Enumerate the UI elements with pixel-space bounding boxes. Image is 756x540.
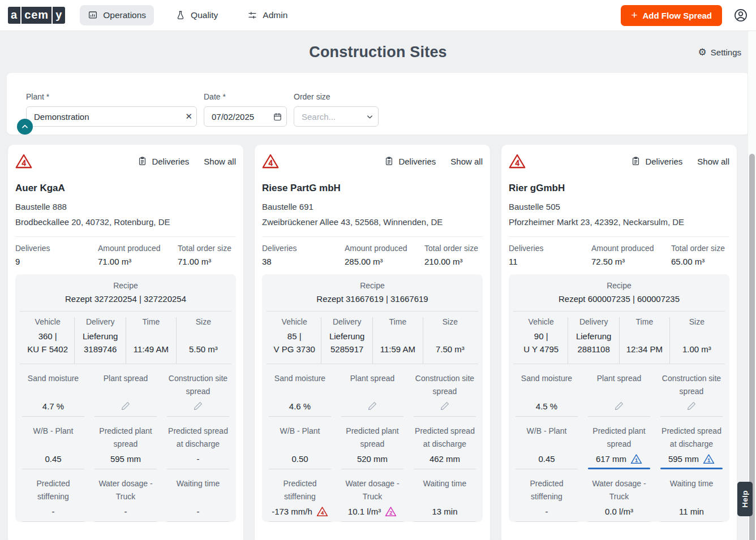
warning-triangle-icon[interactable]: 1	[630, 453, 642, 464]
edit-plant-spread-button[interactable]	[366, 400, 379, 412]
svg-text:4: 4	[22, 159, 26, 167]
edit-plant-spread-button[interactable]	[613, 400, 625, 412]
time-header: Time	[128, 317, 174, 326]
predicted-stiffening-value: -	[545, 507, 548, 516]
site-stats: Deliveries 9 Amount produced 71.00 m³ To…	[15, 237, 236, 274]
date-label: Date *	[204, 92, 287, 101]
add-flow-spread-button[interactable]: + Add Flow Spread	[621, 5, 722, 26]
company-name: Riese PartG mbH	[262, 183, 483, 194]
show-all-link[interactable]: Show all	[450, 157, 483, 166]
delivery-panel: Recipe Rezept 31667619 | 31667619 Vehicl…	[262, 274, 483, 522]
edit-site-spread-button[interactable]	[439, 400, 451, 412]
water-dosage-value: -	[124, 507, 127, 516]
user-account-button[interactable]	[733, 8, 748, 23]
warning-triangle-icon[interactable]: 4	[509, 153, 526, 169]
plant-input[interactable]	[26, 106, 197, 127]
site-stats: Deliveries 38 Amount produced 285.00 m³ …	[262, 237, 483, 274]
predicted-discharge-value: 462 mm	[429, 454, 460, 464]
metric-construction-site-spread: Construction site spread	[166, 372, 230, 417]
vehicle-header: Vehicle	[517, 317, 565, 326]
sand-moisture-value: 4.6 %	[289, 401, 311, 411]
site-card-auer: 4 Deliveries Show all Auer KgaA Baustell…	[8, 145, 243, 540]
show-all-link[interactable]: Show all	[204, 157, 236, 166]
delivery-number: 3189746	[77, 343, 123, 356]
stat-label: Deliveries	[509, 244, 591, 253]
amount-produced: 71.00 m³	[98, 257, 178, 266]
delivery-panel: Recipe Rezept 600007235 | 600007235 Vehi…	[509, 274, 729, 522]
deliveries-link[interactable]: Deliveries	[138, 156, 189, 166]
recipe-label: Recipe	[513, 281, 725, 290]
company-name: Rier gGmbH	[509, 183, 729, 194]
chevron-down-icon[interactable]	[366, 113, 374, 121]
help-tab-button[interactable]: Help	[737, 482, 753, 516]
stat-label: Deliveries	[262, 244, 345, 253]
deliveries-link[interactable]: Deliveries	[384, 156, 436, 166]
site-name: Baustelle 505	[509, 199, 729, 214]
metric-waiting-time: Waiting time 13 min	[413, 477, 477, 522]
warning-triangle-icon[interactable]: 2	[385, 506, 397, 517]
warning-triangle-icon[interactable]: 4	[262, 153, 279, 169]
metric-predicted-spread-discharge: Predicted spread at discharge 595 mm 1	[659, 425, 724, 469]
vehicle-plate: V PG 3730	[270, 343, 319, 356]
stat-label: Amount produced	[98, 244, 178, 253]
pencil-icon	[367, 401, 377, 411]
site-name: Baustelle 691	[262, 199, 483, 214]
show-all-link[interactable]: Show all	[697, 157, 729, 166]
calendar-icon[interactable]	[273, 112, 282, 122]
recipe-label: Recipe	[267, 281, 478, 290]
metric-waiting-time: Waiting time -	[166, 477, 230, 522]
time-header: Time	[622, 317, 667, 326]
page-title: Construction Sites	[309, 44, 447, 61]
recipe-value: Rezept 600007235 | 600007235	[513, 294, 725, 312]
vehicle-plate: KU F 5402	[23, 343, 72, 356]
svg-text:4: 4	[321, 510, 324, 516]
edit-plant-spread-button[interactable]	[119, 400, 132, 412]
nav-tab-quality[interactable]: Quality	[167, 5, 226, 25]
page-header: Construction Sites ⚙ Settings	[0, 31, 756, 73]
delivery-header: Delivery	[324, 317, 370, 326]
pencil-icon	[614, 401, 624, 411]
vehicle-table: Vehicle 85 | V PG 3730 Delivery Lieferun…	[267, 312, 478, 364]
warning-triangle-icon[interactable]: 4	[316, 506, 328, 517]
site-address: Pforzheimer Markt 23, 42392, Neckarsulm,…	[509, 214, 729, 230]
metric-sand-moisture: Sand moisture 4.7 %	[21, 372, 85, 417]
nav-tab-admin[interactable]: Admin	[239, 5, 295, 25]
svg-text:1: 1	[707, 457, 710, 463]
delivery-name: Lieferung	[570, 330, 617, 343]
pencil-icon	[686, 401, 697, 411]
warning-triangle-icon[interactable]: 4	[15, 153, 32, 169]
clear-plant-button[interactable]: ✕	[185, 111, 192, 122]
deliveries-link[interactable]: Deliveries	[631, 156, 682, 166]
edit-site-spread-button[interactable]	[192, 400, 204, 412]
delivery-header: Delivery	[77, 317, 123, 326]
site-address: Brodbeckallee 20, 40732, Rotenburg, DE	[15, 214, 236, 230]
gear-icon: ⚙	[698, 47, 707, 57]
delivery-size: 7.50 m³	[426, 343, 475, 356]
nav-tab-operations[interactable]: Operations	[80, 5, 154, 25]
wb-plant-value: 0.45	[538, 454, 555, 464]
metric-wb-plant: W/B - Plant 0.50	[268, 425, 332, 469]
amount-produced: 285.00 m³	[345, 257, 424, 266]
scrollbar-track[interactable]	[748, 31, 756, 540]
vehicle-id: 90 |	[517, 330, 565, 343]
warning-triangle-icon[interactable]: 1	[703, 453, 715, 464]
metrics-row-3: Predicted stiffening - Water dosage - Tr…	[20, 469, 231, 522]
site-name: Baustelle 888	[15, 199, 236, 214]
metrics-row-2: W/B - Plant 0.45 Predicted plant spread …	[20, 417, 231, 469]
vehicle-table: Vehicle 90 | U Y 4795 Delivery Lieferung…	[513, 312, 725, 364]
plant-field: Plant * ✕	[26, 92, 197, 127]
metrics-row-1: Sand moisture 4.5 % Plant spread Constru…	[513, 364, 725, 417]
settings-button[interactable]: ⚙ Settings	[698, 47, 741, 57]
sliders-icon	[247, 10, 257, 20]
edit-site-spread-button[interactable]	[685, 400, 698, 412]
alcemy-logo[interactable]: a cem y	[8, 7, 65, 24]
clipboard-icon	[631, 156, 641, 166]
nav-right: + Add Flow Spread	[621, 5, 748, 26]
vehicle-id: 85 |	[270, 330, 319, 343]
clipboard-icon	[384, 156, 394, 166]
svg-text:1: 1	[635, 457, 638, 463]
waiting-time-value: 13 min	[432, 507, 457, 516]
metric-predicted-stiffening: Predicted stiffening -173 mm/h 4	[268, 477, 332, 522]
add-flow-spread-label: Add Flow Spread	[642, 11, 712, 20]
collapse-filters-button[interactable]	[17, 119, 33, 135]
